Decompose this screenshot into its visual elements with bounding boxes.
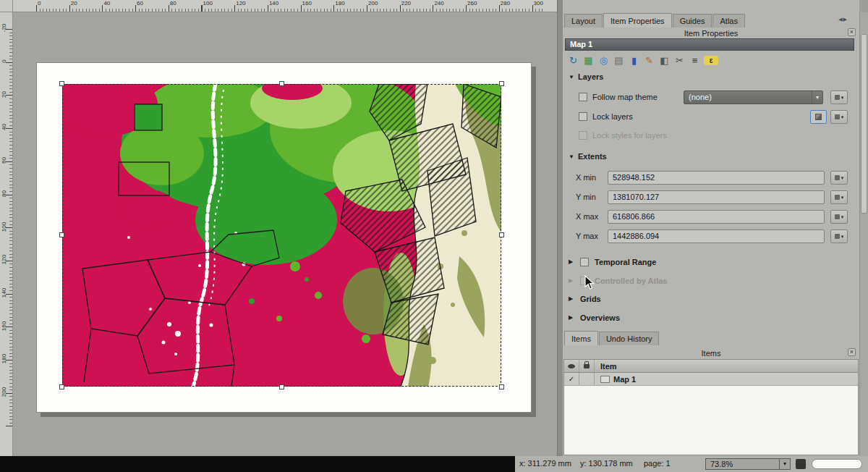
mouse-cursor xyxy=(584,275,595,290)
data-defined-override-button[interactable]: ▾ xyxy=(830,210,848,224)
selection-handle[interactable] xyxy=(279,81,284,86)
left-ruler: -20020406080100120140160180200 xyxy=(0,12,13,456)
map-item-icon xyxy=(600,376,610,383)
selected-item-header: Map 1 xyxy=(565,38,854,51)
ruler-tick-label: 40 xyxy=(103,0,110,7)
ruler-tick-label: 100 xyxy=(1,219,7,234)
extent-input[interactable]: 1381070.127 xyxy=(608,190,825,204)
item-lock-cell[interactable] xyxy=(579,373,595,385)
lock-styles-row: Lock styles for layers xyxy=(563,129,859,143)
item-row[interactable]: ✓Map 1 xyxy=(564,373,858,386)
item-menu-icon[interactable]: ≡ xyxy=(689,54,701,67)
selection-handle[interactable] xyxy=(499,232,504,237)
ruler-tick-label: 20 xyxy=(1,87,7,101)
tab-undo-history[interactable]: Undo History xyxy=(599,332,660,345)
lock-layers-checkbox[interactable] xyxy=(579,112,587,121)
statusbar: x: 311.279 mm y: 130.178 mm page: 1 73.8… xyxy=(0,456,868,472)
selection-handle[interactable] xyxy=(499,81,504,86)
section-overviews[interactable]: ▶Overviews xyxy=(563,312,859,325)
selection-handle[interactable] xyxy=(279,384,284,389)
clipping-settings-icon[interactable]: ✂ xyxy=(673,54,686,67)
expression-icon[interactable]: ε xyxy=(704,56,718,65)
tab-guides[interactable]: Guides xyxy=(673,14,712,28)
section-controlled-by-atlas[interactable]: ▶Controlled by Atlas xyxy=(563,275,859,288)
panel-splitter[interactable] xyxy=(557,0,563,456)
set-extent-to-map-canvas-icon[interactable]: ▦ xyxy=(582,54,595,67)
cursor-x-readout: x: 311.279 mm xyxy=(519,459,571,468)
data-defined-override-button[interactable]: ▾ xyxy=(830,190,848,204)
item-properties-close-icon[interactable]: × xyxy=(848,28,856,36)
ruler-tick-label: 200 xyxy=(368,0,378,7)
extent-input[interactable]: 616806.866 xyxy=(608,210,825,224)
extent-input[interactable]: 528948.152 xyxy=(608,171,825,185)
expand-triangle-icon[interactable]: ▶ xyxy=(569,314,573,321)
ruler-tick-label: 300 xyxy=(534,0,543,7)
panel-scrollbar[interactable] xyxy=(859,12,868,456)
tab-item-properties[interactable]: Item Properties xyxy=(603,13,672,28)
lock-styles-checkbox xyxy=(579,131,587,140)
item-label: Map 1 xyxy=(613,375,636,384)
bookmark-icon[interactable]: ▮ xyxy=(628,54,640,67)
tab-items[interactable]: Items xyxy=(564,331,598,345)
item-visibility-cell[interactable]: ✓ xyxy=(564,373,579,385)
data-defined-override-button[interactable]: ▾ xyxy=(830,90,848,104)
expand-triangle-icon[interactable]: ▶ xyxy=(569,258,573,265)
section-temporal-range[interactable]: ▶Temporal Range xyxy=(563,256,859,269)
follow-map-theme-checkbox[interactable] xyxy=(579,93,587,101)
panel-tabs: LayoutItem PropertiesGuidesAtlas xyxy=(564,12,745,28)
lock-styles-label: Lock styles for layers xyxy=(592,131,667,140)
statusbar-icon[interactable] xyxy=(796,459,806,469)
zoom-value: 73.8% xyxy=(710,460,733,468)
tab-scroll-icons[interactable]: ◀▶ xyxy=(838,17,848,22)
progress-bar xyxy=(812,459,862,469)
extent-input[interactable]: 1442886.094 xyxy=(608,229,825,243)
ruler-tick-label: 260 xyxy=(467,0,477,7)
interactively-edit-extent-icon[interactable]: ✎ xyxy=(643,54,655,67)
selection-handle[interactable] xyxy=(59,232,64,237)
section-label: Controlled by Atlas xyxy=(595,277,667,285)
ruler-tick-label: 0 xyxy=(1,54,7,69)
data-defined-override-button[interactable]: ▾ xyxy=(830,110,848,124)
data-defined-override-button[interactable]: ▾ xyxy=(830,171,848,185)
lock-layers-menu-button[interactable] xyxy=(810,110,827,124)
expand-triangle-icon[interactable]: ▶ xyxy=(569,277,573,284)
layout-canvas[interactable] xyxy=(13,12,557,456)
zoom-combo[interactable]: 73.8% ▾ xyxy=(705,458,791,470)
panel-title: Item Properties xyxy=(563,29,859,38)
ruler-tick-label: 20 xyxy=(71,0,77,7)
section-grids[interactable]: ▶Grids xyxy=(563,293,859,306)
selection-handle[interactable] xyxy=(59,81,64,86)
ruler-tick-label: 220 xyxy=(401,0,411,7)
view-extent-in-map-canvas-icon[interactable]: ◎ xyxy=(597,54,610,67)
expand-triangle-icon[interactable]: ▶ xyxy=(569,295,573,302)
ruler-tick-label: 100 xyxy=(203,0,213,7)
map-item-map-1[interactable] xyxy=(62,84,501,387)
scrollbar-thumb[interactable] xyxy=(861,34,867,214)
tab-layout[interactable]: Layout xyxy=(564,14,603,28)
data-defined-override-button[interactable]: ▾ xyxy=(830,229,848,243)
data-defined-icon xyxy=(835,95,840,100)
tab-atlas[interactable]: Atlas xyxy=(712,14,744,28)
extent-row: Y max1442886.094▾ xyxy=(563,229,859,245)
extent-row: X max616806.866▾ xyxy=(563,210,859,225)
items-panel-title: Items xyxy=(563,349,859,358)
selection-handle[interactable] xyxy=(59,384,64,389)
layers-section-header[interactable]: ▼Layers xyxy=(569,72,603,81)
item-properties-panel: LayoutItem PropertiesGuidesAtlas ◀▶ Item… xyxy=(563,0,859,456)
set-map-scale-icon[interactable]: ▤ xyxy=(613,54,625,67)
selection-handle[interactable] xyxy=(499,384,504,389)
chevron-down-icon: ▾ xyxy=(841,175,844,181)
labeling-settings-icon[interactable]: ◧ xyxy=(658,54,671,67)
items-table: Item ✓Map 1 xyxy=(563,359,859,455)
extents-section-header[interactable]: ▼Extents xyxy=(569,152,607,161)
data-defined-icon xyxy=(835,175,840,180)
update-map-preview-icon[interactable]: ↻ xyxy=(567,54,579,67)
data-defined-icon xyxy=(835,214,840,219)
layout-page[interactable] xyxy=(36,62,532,413)
map-theme-select[interactable]: (none) ▾ xyxy=(684,90,823,104)
ruler-corner xyxy=(0,0,13,12)
extent-label: Y min xyxy=(576,193,596,201)
extent-row: Y min1381070.127▾ xyxy=(563,190,859,206)
section-checkbox[interactable] xyxy=(580,258,589,266)
items-panel-close-icon[interactable]: × xyxy=(848,348,856,356)
